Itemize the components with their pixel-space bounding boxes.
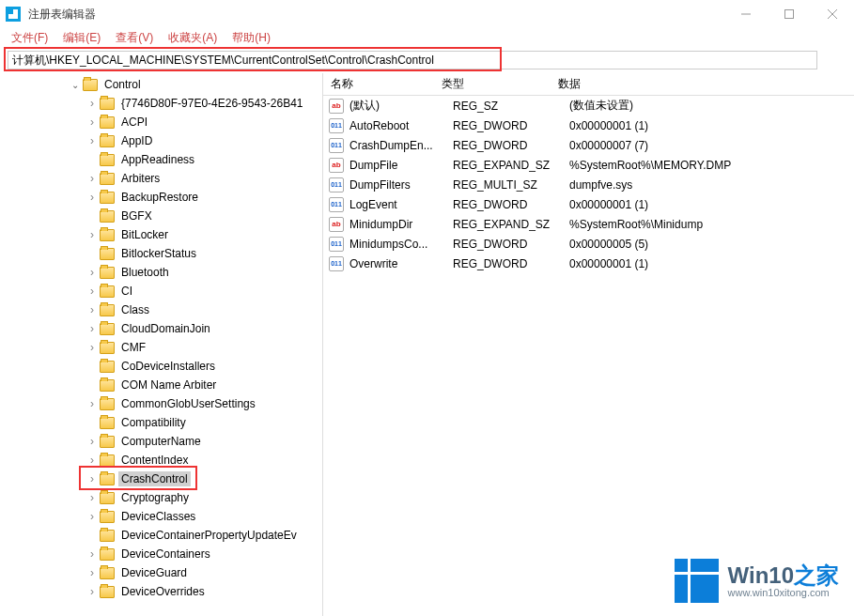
tree-label: CommonGlobUserSettings: [118, 396, 258, 411]
tree-item[interactable]: ComputerName: [0, 432, 322, 451]
chevron-right-icon[interactable]: [85, 285, 100, 298]
folder-icon: [100, 567, 115, 579]
tree-item[interactable]: CoDeviceInstallers: [0, 357, 322, 376]
tree-item[interactable]: DeviceContainerPropertyUpdateEv: [0, 526, 322, 545]
folder-icon: [100, 530, 115, 542]
tree-item[interactable]: {7746D80F-97E0-4E26-9543-26B41: [0, 94, 322, 113]
folder-icon: [100, 398, 115, 410]
chevron-right-icon[interactable]: [85, 472, 100, 485]
folder-icon: [100, 229, 115, 241]
tree-label: AppReadiness: [118, 152, 197, 167]
menu-edit[interactable]: 编辑(E): [55, 28, 108, 48]
window-controls: [724, 0, 854, 28]
value-name: LogEvent: [349, 198, 453, 211]
chevron-right-icon[interactable]: [85, 303, 100, 316]
minimize-button[interactable]: [724, 0, 768, 28]
chevron-right-icon[interactable]: [85, 566, 100, 579]
chevron-right-icon[interactable]: [85, 97, 100, 110]
tree-item[interactable]: Cryptography: [0, 488, 322, 507]
chevron-right-icon[interactable]: [85, 454, 100, 467]
tree-label: Cryptography: [118, 490, 192, 505]
menu-favorites[interactable]: 收藏夹(A): [161, 28, 225, 48]
chevron-right-icon[interactable]: [85, 585, 100, 598]
watermark-brand: Win10: [728, 562, 794, 588]
tree-item[interactable]: CI: [0, 282, 322, 300]
value-data: %SystemRoot%\MEMORY.DMP: [569, 159, 854, 172]
value-data: %SystemRoot%\Minidump: [569, 218, 854, 231]
chevron-right-icon[interactable]: [85, 491, 100, 504]
tree-item[interactable]: DeviceContainers: [0, 545, 322, 563]
col-data[interactable]: 数据: [551, 76, 854, 92]
menu-help[interactable]: 帮助(H): [225, 28, 278, 48]
folder-icon: [100, 492, 115, 504]
chevron-right-icon[interactable]: [85, 397, 100, 410]
chevron-right-icon[interactable]: [85, 266, 100, 279]
folder-icon: [100, 248, 115, 260]
folder-icon: [100, 116, 115, 129]
folder-icon: [100, 135, 115, 147]
chevron-right-icon[interactable]: [85, 191, 100, 204]
title-bar: 注册表编辑器: [0, 0, 854, 28]
menu-file[interactable]: 文件(F): [4, 28, 55, 48]
value-type: REG_EXPAND_SZ: [453, 159, 569, 172]
chevron-right-icon[interactable]: [85, 510, 100, 523]
chevron-right-icon[interactable]: [85, 341, 100, 354]
chevron-right-icon[interactable]: [85, 322, 100, 335]
folder-icon: [100, 154, 115, 166]
tree-item[interactable]: ContentIndex: [0, 451, 322, 470]
tree-item[interactable]: BGFX: [0, 207, 322, 225]
tree-pane[interactable]: Control{7746D80F-97E0-4E26-9543-26B41ACP…: [0, 73, 323, 616]
address-bar[interactable]: [8, 51, 817, 69]
tree-item[interactable]: CrashControl: [0, 470, 322, 488]
chevron-right-icon[interactable]: [85, 228, 100, 241]
maximize-button[interactable]: [768, 0, 811, 28]
tree-item[interactable]: DeviceClasses: [0, 507, 322, 526]
chevron-right-icon[interactable]: [85, 547, 100, 561]
tree-item[interactable]: Class: [0, 300, 322, 319]
chevron-right-icon[interactable]: [85, 116, 100, 129]
value-row[interactable]: MinidumpDirREG_EXPAND_SZ%SystemRoot%\Min…: [323, 214, 854, 234]
tree-item[interactable]: Compatibility: [0, 413, 322, 432]
value-row[interactable]: DumpFileREG_EXPAND_SZ%SystemRoot%\MEMORY…: [323, 155, 854, 175]
tree-item[interactable]: Arbiters: [0, 169, 322, 188]
chevron-down-icon[interactable]: [68, 80, 83, 90]
value-row[interactable]: (默认)REG_SZ(数值未设置): [323, 96, 854, 116]
tree-item[interactable]: AppReadiness: [0, 150, 322, 169]
col-type[interactable]: 类型: [434, 76, 551, 92]
tree-item[interactable]: DeviceGuard: [0, 563, 322, 582]
chevron-right-icon[interactable]: [85, 435, 100, 448]
tree-label: COM Name Arbiter: [118, 377, 219, 393]
col-name[interactable]: 名称: [323, 76, 434, 92]
tree-item[interactable]: COM Name Arbiter: [0, 376, 322, 394]
value-row[interactable]: CrashDumpEn...REG_DWORD0x00000007 (7): [323, 135, 854, 155]
chevron-right-icon[interactable]: [85, 134, 100, 147]
tree-item-control[interactable]: Control: [0, 75, 322, 94]
tree-item[interactable]: AppID: [0, 131, 322, 150]
folder-icon: [100, 173, 115, 185]
value-name: MinidumpDir: [349, 218, 453, 231]
tree-item[interactable]: BackupRestore: [0, 188, 322, 207]
value-row[interactable]: OverwriteREG_DWORD0x00000001 (1): [323, 254, 854, 273]
close-button[interactable]: [811, 0, 854, 28]
chevron-right-icon[interactable]: [85, 172, 100, 185]
value-row[interactable]: AutoRebootREG_DWORD0x00000001 (1): [323, 116, 854, 135]
value-row[interactable]: DumpFiltersREG_MULTI_SZdumpfve.sys: [323, 175, 854, 194]
tree-item[interactable]: ACPI: [0, 113, 322, 131]
tree-item[interactable]: DeviceOverrides: [0, 582, 322, 601]
tree-item[interactable]: BitLocker: [0, 225, 322, 244]
value-row[interactable]: MinidumpsCo...REG_DWORD0x00000005 (5): [323, 234, 854, 254]
tree-item[interactable]: CloudDomainJoin: [0, 319, 322, 338]
tree-item[interactable]: CMF: [0, 338, 322, 357]
tree-item[interactable]: CommonGlobUserSettings: [0, 394, 322, 413]
tree-label: CoDeviceInstallers: [118, 359, 218, 374]
folder-icon: [100, 285, 115, 298]
tree-label: DeviceContainerPropertyUpdateEv: [118, 528, 300, 543]
folder-icon: [100, 323, 115, 335]
tree-item[interactable]: Bluetooth: [0, 263, 322, 282]
values-header: 名称 类型 数据: [323, 73, 854, 96]
tree-item[interactable]: BitlockerStatus: [0, 244, 322, 263]
value-row[interactable]: LogEventREG_DWORD0x00000001 (1): [323, 194, 854, 214]
menu-view[interactable]: 查看(V): [108, 28, 161, 48]
tree-label: Arbiters: [118, 171, 163, 186]
values-pane[interactable]: 名称 类型 数据 (默认)REG_SZ(数值未设置)AutoRebootREG_…: [323, 73, 854, 616]
